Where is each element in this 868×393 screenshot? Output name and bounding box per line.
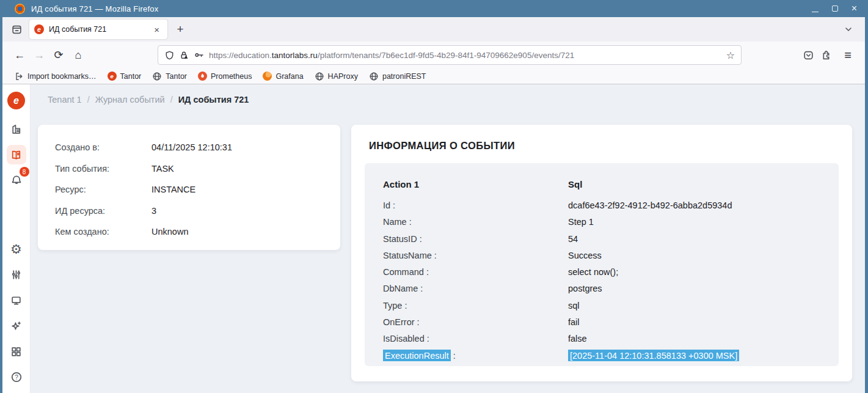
pocket-icon[interactable] <box>803 50 814 61</box>
main-content: Tenant 1 / Журнал событий / ИД события 7… <box>31 84 865 393</box>
sidebar-item-help[interactable]: ? <box>7 367 26 387</box>
bookmark-patronirest[interactable]: patroniREST <box>365 70 431 83</box>
action-row: StatusID :54 <box>383 230 820 247</box>
sparkles-icon <box>10 320 22 332</box>
globe-icon <box>369 72 379 81</box>
navigation-toolbar: ← → ⟳ ⌂ https://education.tantorlabs.ru/… <box>2 42 865 68</box>
monitor-icon <box>10 295 22 306</box>
action-row: OnError :fail <box>383 314 820 330</box>
help-icon: ? <box>10 371 23 383</box>
tab-title: ИД события 721 <box>49 25 151 34</box>
event-row: Ресурс:INSTANCE <box>55 183 323 196</box>
lock-warning-icon[interactable] <box>179 50 189 61</box>
action-row: Command :select now(); <box>383 263 820 280</box>
sidebar-item-tenants[interactable] <box>7 119 26 139</box>
bookmark-star-icon[interactable]: ☆ <box>726 50 735 61</box>
sidebar-item-notifications[interactable]: 8 <box>7 171 26 190</box>
forward-button[interactable]: → <box>29 45 49 65</box>
event-info-card: ИНФОРМАЦИЯ О СОБЫТИИ Action 1 Sql Id :dc… <box>351 125 852 381</box>
breadcrumb-tenant[interactable]: Tenant 1 <box>48 95 82 105</box>
extensions-puzzle-icon[interactable] <box>820 50 832 61</box>
action-row: IsDisabled :false <box>383 331 820 347</box>
bell-icon <box>10 174 23 186</box>
window-title: ИД события 721 — Mozilla Firefox <box>31 4 812 13</box>
shield-icon[interactable] <box>164 50 175 61</box>
gear-icon: ⚙ <box>10 243 22 255</box>
firefox-view-button[interactable] <box>7 20 26 39</box>
url-text: https://education.tantorlabs.ru/platform… <box>209 51 722 60</box>
bookmark-tantor-2[interactable]: Tantor <box>148 70 191 83</box>
tantor-favicon-icon: e <box>34 24 44 34</box>
bookmark-haproxy[interactable]: HAProxy <box>310 70 362 83</box>
app-sidebar: e 8 ⚙ <box>2 84 31 393</box>
selected-text: ExecutionResult <box>383 350 451 361</box>
minimize-button[interactable] <box>812 6 819 12</box>
building-icon <box>10 123 22 135</box>
home-button[interactable]: ⌂ <box>68 45 88 65</box>
back-button[interactable]: ← <box>10 45 29 65</box>
action-row: DbName :postgres <box>383 281 820 297</box>
breadcrumb: Tenant 1 / Журнал событий / ИД события 7… <box>48 95 249 105</box>
event-row: Создано в:04/11/2025 12:10:31 <box>55 141 323 154</box>
chevron-down-icon <box>843 24 854 35</box>
tantor-logo-icon[interactable]: e <box>7 92 25 109</box>
firefox-icon <box>15 4 25 14</box>
globe-icon <box>315 72 324 81</box>
sidebar-item-console[interactable] <box>7 290 26 310</box>
list-tabs-button[interactable] <box>839 20 858 39</box>
tab-close-button[interactable]: × <box>151 23 162 36</box>
key-icon[interactable] <box>194 50 205 61</box>
globe-icon <box>152 72 162 81</box>
address-bar[interactable]: https://education.tantorlabs.ru/platform… <box>158 45 742 65</box>
reload-button[interactable]: ⟳ <box>49 45 68 65</box>
action-row: StatusName :Success <box>383 247 820 263</box>
tab-strip: e ИД события 721 × + <box>2 17 865 42</box>
sidebar-item-modules[interactable] <box>7 342 26 361</box>
menu-hamburger-icon[interactable]: ≡ <box>838 45 858 65</box>
action-header-row: Action 1 Sql <box>383 176 820 193</box>
bookmark-tantor-1[interactable]: e Tantor <box>103 70 146 82</box>
action-details-box: Action 1 Sql Id :dcaf6e43-2f92-4912-b492… <box>365 163 839 366</box>
maximize-button[interactable] <box>832 6 838 12</box>
svg-text:?: ? <box>15 374 18 381</box>
new-tab-button[interactable]: + <box>171 20 189 39</box>
info-card-title: ИНФОРМАЦИЯ О СОБЫТИИ <box>369 140 515 152</box>
notification-badge: 8 <box>20 167 29 177</box>
breadcrumb-current: ИД события 721 <box>178 95 249 105</box>
prometheus-icon <box>198 72 207 81</box>
breadcrumb-journal[interactable]: Журнал событий <box>95 95 165 105</box>
event-summary-card: Создано в:04/11/2025 12:10:31 Тип событи… <box>38 125 340 250</box>
bookmarks-toolbar: Import bookmarks… e Tantor Tantor Promet… <box>2 68 865 84</box>
selected-text: [2025-11-04 12:10:31.858133 +0300 MSK] <box>568 350 739 361</box>
close-button[interactable]: × <box>852 6 857 12</box>
action-row: Name :Step 1 <box>383 214 820 230</box>
browser-chrome: e ИД события 721 × + ← → ⟳ ⌂ h <box>2 17 865 393</box>
grid-icon <box>10 346 22 358</box>
sidebar-item-parameters[interactable] <box>7 265 26 284</box>
tantor-icon: e <box>108 72 117 81</box>
action-row: Id :dcaf6e43-2f92-4912-b492-6abba2d5934d <box>383 197 820 213</box>
sidebar-item-event-journal[interactable] <box>7 145 26 164</box>
sidebar-item-settings[interactable]: ⚙ <box>7 239 26 259</box>
event-row: ИД ресурса:3 <box>55 205 323 218</box>
action-row: Type :sql <box>383 297 820 314</box>
tab-event[interactable]: e ИД события 721 × <box>29 20 167 39</box>
bookmark-prometheus[interactable]: Prometheus <box>194 70 256 82</box>
grafana-icon <box>263 72 272 81</box>
journal-book-icon <box>10 149 22 161</box>
firefox-view-icon <box>11 24 23 35</box>
action-row-selected: ExecutionResult :[2025-11-04 12:10:31.85… <box>383 347 820 364</box>
window-titlebar[interactable]: ИД события 721 — Mozilla Firefox × <box>0 0 868 17</box>
event-row: Кем создано:Unknown <box>55 226 323 238</box>
import-icon <box>14 72 24 81</box>
sidebar-item-assistant[interactable] <box>7 316 26 336</box>
event-row: Тип события:TASK <box>55 163 323 175</box>
sliders-icon <box>10 269 22 281</box>
bookmark-import[interactable]: Import bookmarks… <box>10 70 101 83</box>
bookmark-grafana[interactable]: Grafana <box>258 70 307 82</box>
